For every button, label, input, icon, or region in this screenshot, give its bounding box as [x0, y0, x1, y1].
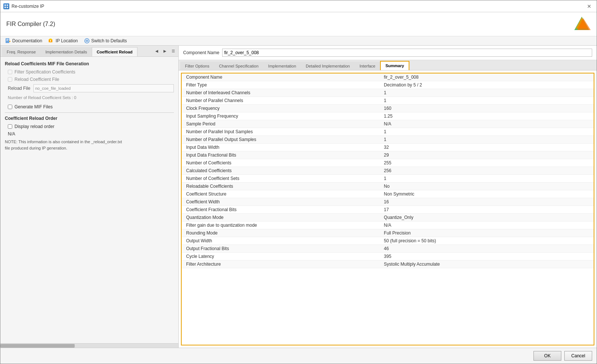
value-cell: 1: [379, 128, 594, 136]
note-text: NOTE: This information is also contained…: [5, 139, 174, 151]
generate-mif-row: Generate MIF Files: [8, 104, 174, 109]
app-header: FIR Compiler (7.2): [0, 12, 597, 36]
value-cell: N/A: [379, 120, 594, 128]
tab-summary[interactable]: Summary: [380, 61, 409, 70]
component-name-input[interactable]: [222, 49, 592, 57]
tab-channel-spec[interactable]: Channel Specification: [214, 62, 263, 70]
value-cell: 1: [379, 175, 594, 183]
value-cell: 46: [379, 245, 594, 253]
main-content: Freq. Response Implementation Details Co…: [0, 46, 597, 348]
ip-location-label: IP Location: [56, 38, 78, 43]
value-cell: 255: [379, 159, 594, 167]
value-cell: 1: [379, 136, 594, 144]
display-reload-order-label: Display reload order: [14, 124, 54, 129]
svg-rect-1: [7, 4, 8, 6]
table-row: Coefficient Fractional Bits17: [182, 206, 594, 214]
table-row: Rounding ModeFull Precision: [182, 229, 594, 237]
svg-rect-0: [4, 4, 6, 6]
param-cell: Input Data Fractional Bits: [182, 151, 379, 159]
app-logo: [573, 15, 591, 33]
filter-spec-row: Filter Specification Coefficients: [8, 69, 174, 75]
right-panel: Component Name Filter Options Channel Sp…: [179, 46, 597, 348]
value-cell: 1.25: [379, 112, 594, 120]
param-cell: Filter gain due to quantization mode: [182, 222, 379, 229]
param-cell: Output Width: [182, 237, 379, 245]
value-cell: 395: [379, 253, 594, 260]
display-reload-order-row: Display reload order: [8, 124, 174, 129]
table-row: Number of Parallel Channels1: [182, 97, 594, 105]
table-row: Component Namefir_2_over_5_008: [182, 73, 594, 81]
table-row: Quantization ModeQuantize_Only: [182, 214, 594, 222]
value-cell: 32: [379, 144, 594, 151]
display-reload-order-checkbox[interactable]: [8, 124, 12, 129]
value-cell: Quantize_Only: [379, 214, 594, 222]
table-row: Number of Parallel Output Samples1: [182, 136, 594, 144]
cancel-button[interactable]: Cancel: [564, 351, 592, 361]
left-scrollbar[interactable]: [0, 343, 178, 348]
tab-next-button[interactable]: ▶: [161, 47, 169, 55]
documentation-button[interactable]: Documentation: [5, 38, 42, 44]
param-cell: Coefficient Fractional Bits: [182, 206, 379, 214]
ip-location-button[interactable]: IP Location: [48, 38, 78, 44]
value-cell: Systolic Multiply Accumulate: [379, 260, 594, 268]
generate-mif-checkbox[interactable]: [8, 105, 12, 109]
table-row: Filter ArchitectureSystolic Multiply Acc…: [182, 260, 594, 268]
param-cell: Sample Period: [182, 120, 379, 128]
reload-file-input[interactable]: [33, 84, 174, 92]
section2-title: Coefficient Reload Order: [5, 116, 174, 121]
param-cell: Number of Parallel Input Samples: [182, 128, 379, 136]
tab-coeff-reload[interactable]: Coefficient Reload: [92, 47, 137, 56]
param-cell: Cycle Latency: [182, 253, 379, 260]
tab-interface[interactable]: Interface: [355, 62, 380, 70]
tab-detailed-impl[interactable]: Detailed Implementation: [301, 62, 355, 70]
tab-filter-options[interactable]: Filter Options: [180, 62, 214, 70]
value-cell: 17: [379, 206, 594, 214]
svg-rect-13: [9, 41, 10, 42]
title-bar: Re-customize IP ✕: [0, 0, 597, 12]
table-row: Number of Coefficients255: [182, 159, 594, 167]
tab-impl-details[interactable]: Implementation Details: [40, 47, 92, 56]
table-row: Input Data Fractional Bits29: [182, 151, 594, 159]
summary-table: Component Namefir_2_over_5_008Filter Typ…: [182, 73, 594, 268]
table-row: Filter gain due to quantization modeN/A: [182, 222, 594, 229]
documentation-label: Documentation: [12, 38, 42, 43]
tab-menu-button[interactable]: ☰: [169, 47, 177, 55]
value-cell: 50 (full precision = 50 bits): [379, 237, 594, 245]
param-cell: Calculated Coefficients: [182, 167, 379, 175]
param-cell: Coefficient Structure: [182, 190, 379, 198]
table-row: Number of Parallel Input Samples1: [182, 128, 594, 136]
param-cell: Number of Coefficients: [182, 159, 379, 167]
right-tab-bar: Filter Options Channel Specification Imp…: [179, 60, 597, 70]
close-button[interactable]: ✕: [585, 2, 594, 11]
num-reload-sets-text: Number of Reload Coefficient Sets : 0: [8, 95, 174, 100]
svg-rect-10: [6, 39, 9, 39]
value-cell: 160: [379, 105, 594, 112]
left-scrollbar-thumb: [0, 344, 75, 348]
ok-button[interactable]: OK: [533, 351, 561, 361]
na-text: N/A: [8, 131, 174, 137]
param-cell: Quantization Mode: [182, 214, 379, 222]
table-row: Clock Frequency160: [182, 105, 594, 112]
param-cell: Input Data Width: [182, 144, 379, 151]
param-cell: Rounding Mode: [182, 229, 379, 237]
table-row: Input Data Width32: [182, 144, 594, 151]
param-cell: Filter Type: [182, 81, 379, 89]
svg-rect-15: [49, 39, 52, 40]
param-cell: Input Sampling Frequency: [182, 112, 379, 120]
switch-defaults-button[interactable]: Switch to Defaults: [84, 38, 127, 44]
documentation-icon: [5, 38, 11, 44]
tab-prev-button[interactable]: ◀: [153, 47, 160, 55]
param-cell: Reloadable Coefficients: [182, 183, 379, 190]
app-icon: [3, 3, 9, 9]
svg-rect-11: [6, 40, 9, 40]
value-cell: No: [379, 183, 594, 190]
footer: OK Cancel: [0, 348, 597, 364]
tab-freq-response[interactable]: Freq. Response: [2, 47, 40, 56]
table-row: Output Width50 (full precision = 50 bits…: [182, 237, 594, 245]
left-panel: Freq. Response Implementation Details Co…: [0, 46, 179, 348]
section1-title: Reload Coefficients MIF File Generation: [5, 61, 174, 66]
filter-spec-checkbox[interactable]: [8, 70, 12, 74]
tab-implementation[interactable]: Implementation: [263, 62, 301, 70]
main-window: Re-customize IP ✕ FIR Compiler (7.2) Doc…: [0, 0, 597, 364]
reload-coeff-checkbox[interactable]: [8, 77, 12, 82]
